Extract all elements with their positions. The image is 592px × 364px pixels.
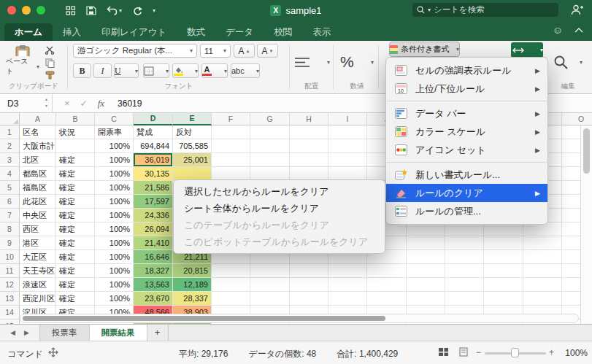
cell[interactable] — [212, 264, 250, 278]
underline-button[interactable]: U ▾ — [114, 63, 139, 78]
cell[interactable] — [250, 278, 290, 292]
grid-icon[interactable] — [66, 6, 76, 15]
bold-button[interactable]: B — [73, 63, 91, 78]
cell[interactable]: 確定 — [56, 209, 95, 222]
cell[interactable]: 確定 — [56, 153, 95, 167]
ribbon-tab-6[interactable]: 表示 — [302, 23, 341, 41]
ribbon-tab-4[interactable]: データ — [215, 23, 264, 41]
name-box-stepper[interactable]: ▲▼ — [45, 96, 48, 109]
sheet-tab-0[interactable]: 投票率 — [40, 325, 90, 341]
cell[interactable]: 大阪市計 — [20, 139, 56, 153]
ribbon-tab-2[interactable]: 印刷レイアウト — [91, 23, 177, 41]
cell[interactable] — [328, 264, 367, 278]
paste-button[interactable]: ペースト▾ — [6, 43, 39, 78]
cell[interactable]: 100% — [95, 181, 134, 195]
minimize-button[interactable] — [22, 6, 31, 15]
col-header-B[interactable]: B — [56, 113, 95, 125]
cf-menu-item-4[interactable]: カラー スケール▶ — [386, 123, 547, 141]
fill-color-button[interactable]: ▾ — [172, 63, 199, 78]
cell[interactable]: 28,337 — [173, 292, 212, 306]
cell[interactable] — [250, 139, 290, 153]
cell[interactable]: 大正区 — [20, 250, 56, 264]
cell[interactable]: 中央区 — [20, 209, 56, 222]
select-all-corner[interactable] — [0, 113, 20, 125]
increase-font-button[interactable]: A▲ — [234, 44, 255, 58]
cf-submenu-item-1[interactable]: シート全体からルールをクリア — [174, 200, 385, 217]
cell[interactable] — [328, 292, 367, 306]
col-header-F[interactable]: F — [212, 113, 250, 125]
row-header-4[interactable]: 4 — [0, 167, 20, 181]
cell[interactable] — [212, 153, 250, 167]
cell[interactable] — [523, 250, 562, 264]
cf-menu-item-8[interactable]: ルールのクリア▶ — [386, 184, 547, 202]
prev-sheet-icon[interactable]: ◀ — [10, 329, 15, 336]
copy-button[interactable] — [42, 57, 57, 69]
cell[interactable] — [290, 139, 328, 153]
cell[interactable] — [290, 125, 328, 139]
cell[interactable]: 23,670 — [134, 292, 173, 306]
cell[interactable] — [445, 264, 484, 278]
row-header-14[interactable]: 14 — [0, 306, 20, 320]
cell[interactable] — [407, 236, 445, 250]
name-box[interactable]: D3 ▲▼ — [0, 94, 53, 112]
cell[interactable]: 西淀川区 — [20, 292, 56, 306]
cell[interactable]: 100% — [95, 222, 134, 236]
cell[interactable] — [290, 153, 328, 167]
vertical-scrollbar-thumb[interactable] — [583, 128, 590, 174]
feedback-smiley-icon[interactable]: ☺ — [553, 25, 563, 35]
confirm-entry-icon[interactable]: ✓ — [80, 98, 88, 109]
cell[interactable] — [328, 125, 367, 139]
row-header-2[interactable]: 2 — [0, 139, 20, 153]
cell[interactable] — [250, 153, 290, 167]
cell[interactable]: 100% — [95, 153, 134, 167]
row-header-10[interactable]: 10 — [0, 250, 20, 264]
col-header-D[interactable]: D — [134, 113, 173, 125]
cell[interactable]: 17,597 — [134, 195, 173, 209]
cell[interactable] — [328, 278, 367, 292]
col-header-H[interactable]: H — [290, 113, 328, 125]
cell[interactable] — [445, 278, 484, 292]
normal-view-icon[interactable] — [438, 347, 449, 357]
cell[interactable]: 100% — [95, 278, 134, 292]
cell[interactable] — [56, 139, 95, 153]
cell[interactable] — [484, 236, 523, 250]
cell[interactable] — [367, 264, 407, 278]
row-header-13[interactable]: 13 — [0, 292, 20, 306]
add-sheet-button[interactable]: + — [147, 325, 169, 341]
cf-menu-item-0[interactable]: セルの強調表示ルール▶ — [386, 61, 547, 80]
cell[interactable] — [445, 292, 484, 306]
undo-icon[interactable]: ▾ — [107, 6, 122, 15]
cell[interactable] — [445, 250, 484, 264]
cell[interactable]: 確定 — [56, 292, 95, 306]
font-name-select[interactable]: 游ゴシック Regular (本... ▾ — [73, 44, 197, 58]
row-header-6[interactable]: 6 — [0, 195, 20, 209]
cell[interactable]: 福島区 — [20, 181, 56, 195]
cell[interactable]: 100% — [95, 264, 134, 278]
cell[interactable] — [212, 292, 250, 306]
find-button[interactable]: ▾ — [553, 47, 583, 77]
zoom-out-icon[interactable]: − — [476, 347, 481, 357]
cell[interactable] — [290, 292, 328, 306]
cell[interactable] — [445, 236, 484, 250]
ribbon-tab-0[interactable]: ホーム — [4, 23, 53, 41]
format-painter-button[interactable] — [42, 69, 57, 81]
cell[interactable]: 100% — [95, 195, 134, 209]
undo-caret-icon[interactable]: ▾ — [119, 7, 122, 14]
cell[interactable]: 21,410 — [134, 236, 173, 250]
formula-input[interactable]: 36019 — [118, 98, 142, 109]
cf-menu-item-3[interactable]: データ バー▶ — [386, 104, 547, 123]
cell[interactable]: 確定 — [56, 167, 95, 181]
cell[interactable] — [523, 278, 562, 292]
cell[interactable] — [523, 292, 562, 306]
cell[interactable] — [250, 125, 290, 139]
cf-menu-item-5[interactable]: アイコン セット▶ — [386, 141, 547, 159]
cell[interactable]: 24,336 — [134, 209, 173, 222]
phonetic-button[interactable]: abc ▾ — [231, 63, 260, 78]
cell[interactable]: 16,646 — [134, 250, 173, 264]
cell[interactable]: 21,586 — [134, 181, 173, 195]
cell[interactable] — [250, 292, 290, 306]
cell[interactable]: 確定 — [56, 236, 95, 250]
cell[interactable] — [484, 292, 523, 306]
col-header-I[interactable]: I — [328, 113, 367, 125]
row-header-12[interactable]: 12 — [0, 278, 20, 292]
